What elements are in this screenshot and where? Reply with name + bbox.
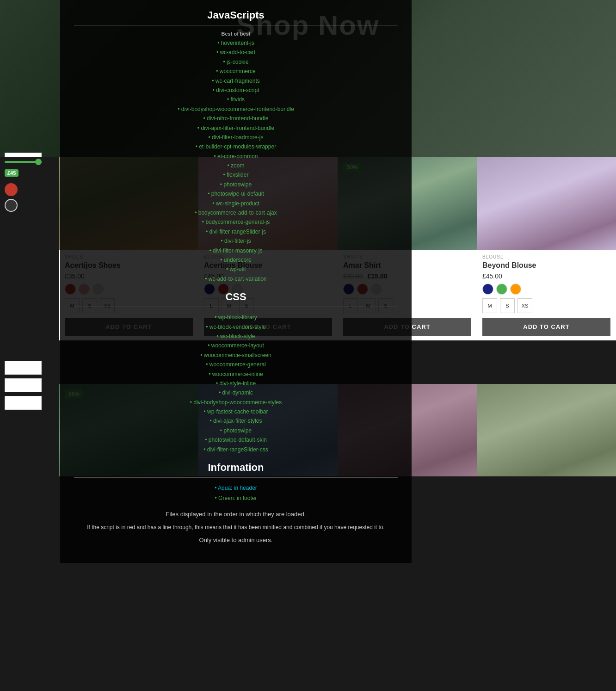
css-wc-block-vendors: wc-block-vendors-style <box>74 322 398 332</box>
slider-track <box>5 161 42 163</box>
product-price-blouse2: £45.00 <box>482 272 610 280</box>
divider-1 <box>74 25 398 25</box>
info-text3: Only visible to admin users. <box>74 536 398 545</box>
size-xs4[interactable]: XS <box>517 298 532 313</box>
script-wp-util: wp-util <box>74 265 398 274</box>
script-zoom: zoom <box>74 161 398 170</box>
css-divi-ajax-filter: divi-ajax-filter-styles <box>74 416 398 426</box>
product-category-blouse2: BLOUSE <box>482 254 610 259</box>
divider-2 <box>74 307 398 307</box>
css-woocommerce-inline: woocommerce-inline <box>74 370 398 379</box>
script-wc-cart-fragments: wc-cart-fragments <box>74 76 398 86</box>
script-hoverintent: hoverintent-js <box>74 38 398 48</box>
script-divi-filter-loadmore: divi-filter-loadmore-js <box>74 133 398 142</box>
add-to-cart-blouse2[interactable]: Add to cart <box>482 318 610 336</box>
css-divi-range-slider: divi-filter-rangeSlider-css <box>74 445 398 454</box>
css-wc-block-style: wc-block-style <box>74 332 398 341</box>
swatch-green4[interactable] <box>496 284 507 295</box>
script-et-builder: et-builder-cpt-modules-wrapper <box>74 142 398 151</box>
left-sidebar: £45 <box>0 148 59 216</box>
script-underscore: underscore <box>74 255 398 265</box>
css-woocommerce-layout: woocommerce-layout <box>74 341 398 350</box>
script-photoswipe-ui: photoswipe-ui-default <box>74 189 398 198</box>
size-filters <box>0 356 59 414</box>
product-card-blouse2: BLOUSE Beyond Blouse £45.00 M S XS Add t… <box>477 157 616 340</box>
price-input[interactable] <box>5 153 42 157</box>
info-list: Aqua: in header Green: in footer <box>74 483 398 503</box>
script-flexslider: flexslider <box>74 170 398 179</box>
size-swatches-blouse2: M S XS <box>482 298 610 313</box>
price-value-blouse2: £45.00 <box>482 272 502 280</box>
best-of-best: Best of best <box>74 31 398 37</box>
divider-3 <box>74 477 398 478</box>
script-wc-single: wc-single-product <box>74 199 398 208</box>
swatch-orange4[interactable] <box>510 284 521 295</box>
size-m4[interactable]: M <box>482 298 497 313</box>
script-list: hoverintent-js wc-add-to-cart js-cookie … <box>74 38 398 284</box>
size-filter-2[interactable] <box>5 378 42 392</box>
slider-thumb[interactable] <box>35 159 42 165</box>
script-fitvids: fitvids <box>74 95 398 104</box>
css-divi-bodyshop-styles: divi-bodyshop-woocommerce-styles <box>74 398 398 407</box>
price-slider[interactable] <box>5 161 42 163</box>
script-divi-ajax-filter: divi-ajax-filter-frontend-bundle <box>74 123 398 133</box>
info-title: Information <box>74 462 398 474</box>
size-filter-3[interactable] <box>5 396 42 410</box>
script-js-cookie: js-cookie <box>74 57 398 67</box>
css-wp-fastest-cache: wp-fastest-cache-toolbar <box>74 407 398 416</box>
product-card-row2-4 <box>477 384 616 476</box>
css-list: wp-block-library wc-block-vendors-style … <box>74 313 398 454</box>
overlay-panel: JavaScripts Best of best hoverintent-js … <box>60 0 412 563</box>
script-bodycommerce-atc: bodycommerce-add-to-cart-ajax <box>74 208 398 217</box>
script-et-core: et-core-common <box>74 152 398 161</box>
css-woocommerce-general: woocommerce-general <box>74 360 398 369</box>
color-dot-black[interactable] <box>5 199 18 212</box>
script-divi-bodyshop: divi-bodyshop-woocommerce-frontend-bundl… <box>74 105 398 114</box>
script-divi-range-slider: divi-filter-rangeSlider-js <box>74 227 398 236</box>
size-filter-1[interactable] <box>5 361 42 375</box>
product-image-blouse2 <box>477 157 616 250</box>
color-swatches-blouse2 <box>482 284 610 295</box>
price-label: £45 <box>5 169 18 177</box>
product-image-row2-4 <box>477 384 616 476</box>
script-wc-add-to-cart: wc-add-to-cart <box>74 48 398 57</box>
script-divi-masonry: divi-filter-masonry-js <box>74 246 398 255</box>
css-photoswipe: photoswipe <box>74 426 398 435</box>
script-divi-filter: divi-filter-js <box>74 236 398 246</box>
info-text1: Files displayed in the order in which th… <box>74 510 398 519</box>
css-title: CSS <box>74 291 398 303</box>
script-divi-custom-script: divi-custom-script <box>74 86 398 95</box>
info-text2: If the script is in red and has a line t… <box>74 523 398 532</box>
color-dot-red[interactable] <box>5 183 18 196</box>
script-wc-variation: wc-add-to-cart-variation <box>74 274 398 284</box>
css-divi-dynamic: divi-dynamic <box>74 388 398 397</box>
script-bodycommerce-general: bodycommerce-general-js <box>74 217 398 227</box>
script-divi-nitro: divi-nitro-frontend-bundle <box>74 114 398 123</box>
css-woocommerce-smallscreen: woocommerce-smallscreen <box>74 351 398 360</box>
info-green: Green: in footer <box>74 494 398 504</box>
css-wp-block-library: wp-block-library <box>74 313 398 322</box>
css-photoswipe-default: photoswipe-default-skin <box>74 435 398 444</box>
swatch-navy4[interactable] <box>482 284 493 295</box>
color-filter <box>5 183 55 212</box>
js-title: JavaScripts <box>74 9 398 21</box>
product-name-blouse2: Beyond Blouse <box>482 261 610 270</box>
size-s4[interactable]: S <box>500 298 515 313</box>
script-woocommerce: woocommerce <box>74 67 398 76</box>
script-photoswipe: photoswipe <box>74 180 398 189</box>
info-aqua: Aqua: in header <box>74 483 398 494</box>
product-info-blouse2: BLOUSE Beyond Blouse £45.00 M S XS Add t… <box>477 250 616 340</box>
css-divi-style-inline: divi-style-inline <box>74 379 398 388</box>
